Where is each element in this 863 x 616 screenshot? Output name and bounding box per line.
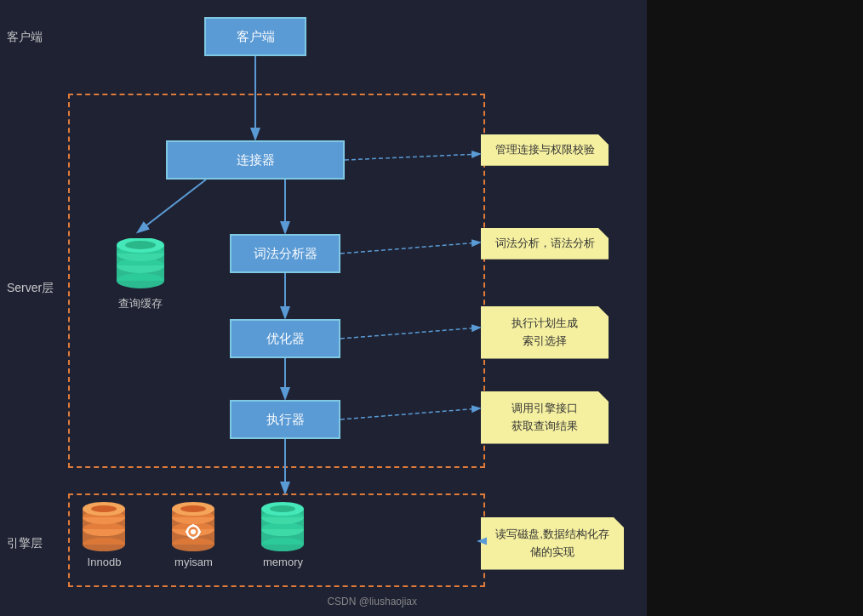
note-lexer: 词法分析，语法分析 [481,228,609,260]
connector-box: 连接器 [166,140,345,180]
main-diagram: 客户端 Server层 引擎层 客户端 连接器 词法分析器 优化器 执行器 [0,0,647,616]
note-optimizer: 执行计划生成索引选择 [481,306,609,359]
myisam-icon [166,502,221,551]
query-cache-label: 查询缓存 [102,296,179,311]
memory-icon [255,502,311,551]
innodb-label: Innodb [88,556,122,568]
memory-item: memory [255,502,311,568]
svg-point-37 [270,505,295,512]
svg-point-7 [125,241,156,249]
engine-row: Innodb myisam [77,502,311,568]
server-layer-label: Server层 [7,281,54,296]
note-connector: 管理连接与权限校验 [481,134,609,166]
client-layer-label: 客户端 [7,30,43,45]
note-engine: 读写磁盘,数据结构化存储的实现 [481,517,624,570]
note-executor: 调用引擎接口获取查询结果 [481,391,609,444]
watermark: CSDN @liushaojiax [327,596,417,607]
right-panel [647,0,863,616]
executor-box: 执行器 [230,400,340,439]
svg-point-23 [180,505,206,512]
client-box: 客户端 [204,17,306,56]
svg-point-29 [191,529,196,534]
query-cache-icon: 查询缓存 [102,238,179,311]
svg-point-15 [91,505,117,512]
myisam-label: myisam [174,556,213,568]
optimizer-box: 优化器 [230,319,340,358]
memory-label: memory [263,556,303,568]
innodb-icon [77,502,132,551]
innodb-item: Innodb [77,502,132,568]
lexer-box: 词法分析器 [230,234,340,273]
cache-stack-icon [111,238,170,289]
engine-layer-label: 引擎层 [7,536,43,551]
myisam-item: myisam [166,502,221,568]
